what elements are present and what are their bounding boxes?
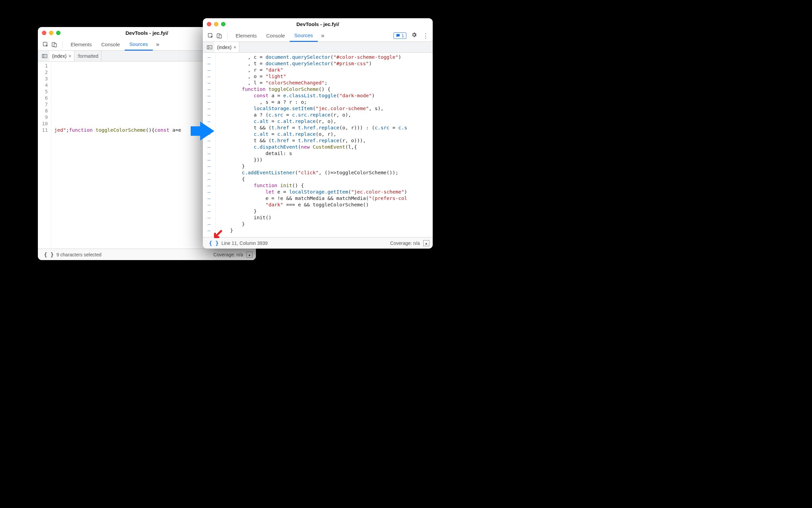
zoom-window-icon[interactable] [221,22,225,26]
inspect-element-icon[interactable] [41,40,50,49]
message-icon [396,33,400,38]
more-tabs-icon[interactable]: » [318,32,328,39]
annotation-arrow-down-left-icon [212,230,223,240]
device-toolbar-icon[interactable] [215,31,224,40]
zoom-window-icon[interactable] [56,31,61,35]
bottom-drawer-toggle-icon[interactable]: ▴ [423,240,429,246]
file-tab-index[interactable]: (index) × [214,42,239,52]
tab-sources[interactable]: Sources [125,39,153,51]
more-tabs-icon[interactable]: » [153,41,163,48]
minimize-window-icon[interactable] [49,31,53,35]
tab-console[interactable]: Console [262,30,290,42]
status-text: 9 characters selected [56,252,101,257]
tab-elements[interactable]: Elements [66,39,97,51]
file-tab-label: :formatted [77,53,98,59]
file-tab-formatted[interactable]: :formatted [74,51,101,61]
device-toolbar-icon[interactable] [50,40,59,49]
window-title: DevTools - jec.fyi/ [203,21,433,27]
issues-badge[interactable]: 1 [393,32,406,39]
status-bar: { } 9 characters selected Coverage: n/a … [38,249,256,260]
devtools-window-right: DevTools - jec.fyi/ Elements Console Sou… [203,18,433,249]
issues-count: 1 [402,33,404,38]
svg-rect-2 [54,44,56,47]
file-tab-strip: (index) × [203,42,433,53]
svg-rect-6 [219,35,221,38]
navigator-toggle-icon[interactable] [205,42,214,52]
close-window-icon[interactable] [42,31,46,35]
file-tab-label: (index) [52,53,67,59]
tab-console[interactable]: Console [97,39,125,51]
annotation-arrow-right-icon [200,122,214,141]
close-tab-icon[interactable]: × [234,45,236,50]
coverage-text: Coverage: n/a [390,240,420,246]
line-gutter: 1 2 3 4 5 6 7 8 9 10 11 [38,61,51,249]
navigator-toggle-icon[interactable] [40,51,49,61]
devtools-toolbar: Elements Console Sources » 1 ⋮ [203,30,433,42]
file-tab-index[interactable]: (index) × [49,51,74,61]
coverage-text: Coverage: n/a [213,252,243,257]
code-content[interactable]: , c = document.querySelector("#color-sch… [216,53,433,237]
file-tab-label: (index) [217,45,232,50]
close-tab-icon[interactable]: × [69,53,71,59]
code-editor: – – – – – – – – – – – – – – – – – – – – … [203,53,433,237]
tab-sources[interactable]: Sources [290,30,318,42]
titlebar: DevTools - jec.fyi/ [203,18,433,30]
minimize-window-icon[interactable] [214,22,218,26]
line-gutter: – – – – – – – – – – – – – – – – – – – – … [203,53,216,237]
status-bar: { } Line 11, Column 3939 Coverage: n/a ▴ [203,237,433,249]
inspect-element-icon[interactable] [206,31,215,40]
status-text: Line 11, Column 3939 [221,240,268,246]
kebab-menu-icon[interactable]: ⋮ [422,32,429,40]
pretty-print-button[interactable]: { } [41,251,56,258]
settings-icon[interactable] [410,32,418,40]
tab-elements[interactable]: Elements [231,30,262,42]
bottom-drawer-toggle-icon[interactable]: ▴ [246,252,253,258]
pretty-print-button[interactable]: { } [206,240,221,246]
close-window-icon[interactable] [207,22,211,26]
